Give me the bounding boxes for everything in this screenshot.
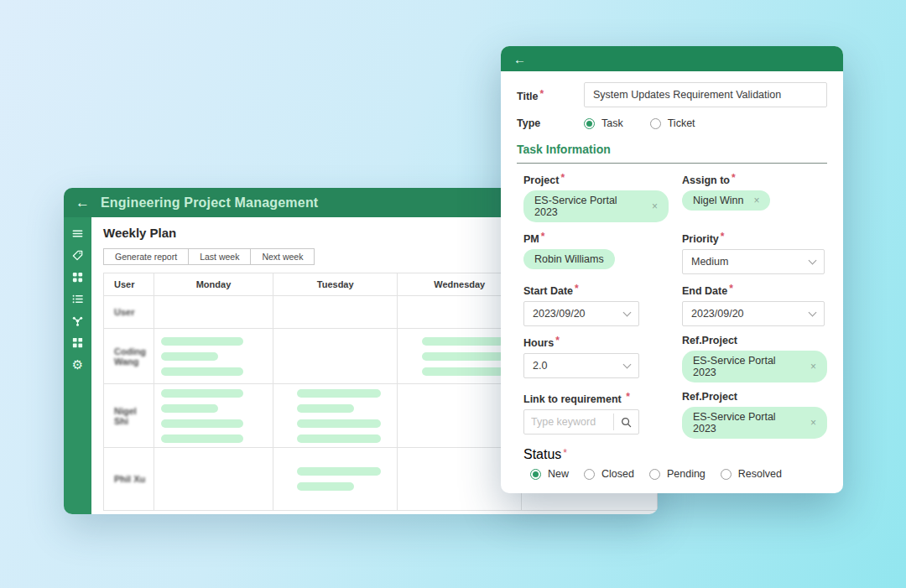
type-field-row: Type Task Ticket <box>517 117 827 129</box>
priority-field: Priority* Medium <box>682 231 827 274</box>
remove-chip-icon[interactable]: × <box>652 201 658 211</box>
pm-field: PM* Robin Williams <box>523 231 669 274</box>
end-date-label: End Date* <box>682 283 827 297</box>
type-label: Type <box>517 117 584 129</box>
status-label: Status* <box>523 447 827 462</box>
priority-select[interactable]: Medium <box>682 249 825 274</box>
list-icon[interactable] <box>71 292 85 305</box>
task-bar[interactable] <box>161 419 243 428</box>
ref-project-field-2: Ref.Project ES-Service Portal 2023 × <box>682 391 827 439</box>
chevron-down-icon <box>623 308 632 316</box>
assign-to-field: Assign to* Nigel Winn × <box>682 172 827 222</box>
back-arrow-icon[interactable]: ← <box>513 53 526 65</box>
task-bar[interactable] <box>422 367 504 376</box>
title-field-row: Title* <box>517 82 827 107</box>
hours-label: Hours* <box>523 335 669 349</box>
task-bar[interactable] <box>161 367 243 376</box>
status-option-closed[interactable]: Closed <box>584 468 634 480</box>
status-option-new[interactable]: New <box>530 468 569 480</box>
hours-select[interactable]: 2.0 <box>523 353 639 378</box>
pm-label: PM* <box>523 231 669 245</box>
user-name: Coding Wang <box>104 329 154 384</box>
day-cell <box>273 329 398 384</box>
chevron-down-icon <box>809 308 817 316</box>
chevron-down-icon <box>809 256 817 264</box>
user-name: Nigel Shi <box>104 384 154 448</box>
gear-icon[interactable]: ⚙ <box>71 357 85 371</box>
chevron-down-icon <box>623 360 632 368</box>
project-label: Project* <box>523 172 669 186</box>
required-mark: * <box>539 88 544 100</box>
sidebar: ⚙ <box>64 217 91 514</box>
radio-icon[interactable] <box>721 469 732 480</box>
project-field: Project* ES-Service Portal 2023 × <box>523 172 669 222</box>
pm-chip[interactable]: Robin Williams <box>523 249 615 269</box>
link-to-requirement-field: Link to requirement * <box>523 391 669 439</box>
start-date-field: Start Date* 2023/09/20 <box>523 283 669 326</box>
radio-icon[interactable] <box>650 118 661 129</box>
type-option-ticket[interactable]: Ticket <box>650 117 695 129</box>
app-title: Engineering Project Management <box>101 195 318 211</box>
day-cell <box>154 384 273 448</box>
status-option-pending[interactable]: Pending <box>649 468 706 480</box>
status-option-resolved[interactable]: Resolved <box>721 468 782 480</box>
project-chip[interactable]: ES-Service Portal 2023 × <box>523 190 669 222</box>
modal-header: ← <box>501 46 843 71</box>
column-header: User <box>104 273 154 296</box>
last-week-button[interactable]: Last week <box>188 248 251 265</box>
hours-field: Hours* 2.0 <box>523 335 669 382</box>
link-keyword-input[interactable] <box>524 416 613 428</box>
ref-project-chip[interactable]: ES-Service Portal 2023 × <box>682 407 827 439</box>
grid-icon[interactable] <box>71 270 85 284</box>
task-bar[interactable] <box>161 337 243 346</box>
share-nodes-icon[interactable] <box>71 314 85 327</box>
day-cell <box>273 448 398 511</box>
type-option-task[interactable]: Task <box>584 117 623 129</box>
column-header: Tuesday <box>273 273 398 296</box>
link-to-requirement-label: Link to requirement * <box>523 391 669 405</box>
radio-icon[interactable] <box>584 469 595 480</box>
status-field: Status* New Closed Pending Resolved <box>517 447 827 480</box>
task-bar[interactable] <box>422 352 504 361</box>
remove-chip-icon[interactable]: × <box>810 418 816 428</box>
assign-to-chip[interactable]: Nigel Winn × <box>682 190 770 211</box>
task-bar[interactable] <box>422 337 504 346</box>
radio-selected-icon[interactable] <box>530 469 541 480</box>
start-date-label: Start Date* <box>523 283 669 297</box>
task-bar[interactable] <box>297 434 381 443</box>
radio-selected-icon[interactable] <box>584 118 595 129</box>
ref-project-chip[interactable]: ES-Service Portal 2023 × <box>682 351 827 382</box>
remove-chip-icon[interactable]: × <box>810 362 816 372</box>
ref-project-field: Ref.Project ES-Service Portal 2023 × <box>682 335 827 382</box>
day-cell <box>273 296 398 329</box>
menu-icon[interactable] <box>71 226 85 240</box>
task-bar[interactable] <box>297 467 381 476</box>
priority-label: Priority* <box>682 231 827 245</box>
title-input[interactable] <box>584 82 827 107</box>
task-modal: ← Title* Type Task Ticket Task Informati… <box>501 46 843 493</box>
task-bar[interactable] <box>161 434 243 443</box>
day-cell <box>154 448 273 511</box>
task-bar[interactable] <box>297 482 354 491</box>
ref-project-label: Ref.Project <box>682 391 827 403</box>
task-bar[interactable] <box>161 352 218 361</box>
task-bar[interactable] <box>297 404 354 413</box>
day-cell <box>273 384 398 448</box>
day-cell <box>154 329 273 384</box>
grid-icon-2[interactable] <box>71 336 85 349</box>
task-bar[interactable] <box>161 404 218 413</box>
start-date-select[interactable]: 2023/09/20 <box>523 301 639 326</box>
task-bar[interactable] <box>297 419 381 428</box>
generate-report-button[interactable]: Generate report <box>103 248 189 265</box>
back-arrow-icon[interactable]: ← <box>76 195 90 210</box>
tag-icon[interactable] <box>71 248 85 262</box>
task-bar[interactable] <box>297 389 381 398</box>
next-week-button[interactable]: Next week <box>250 248 315 265</box>
remove-chip-icon[interactable]: × <box>753 195 759 206</box>
end-date-select[interactable]: 2023/09/20 <box>682 301 825 326</box>
radio-icon[interactable] <box>649 469 660 480</box>
task-bar[interactable] <box>161 389 243 398</box>
search-icon[interactable] <box>613 414 638 430</box>
ref-project-label: Ref.Project <box>682 335 827 346</box>
user-name: Phil Xu <box>104 448 154 511</box>
